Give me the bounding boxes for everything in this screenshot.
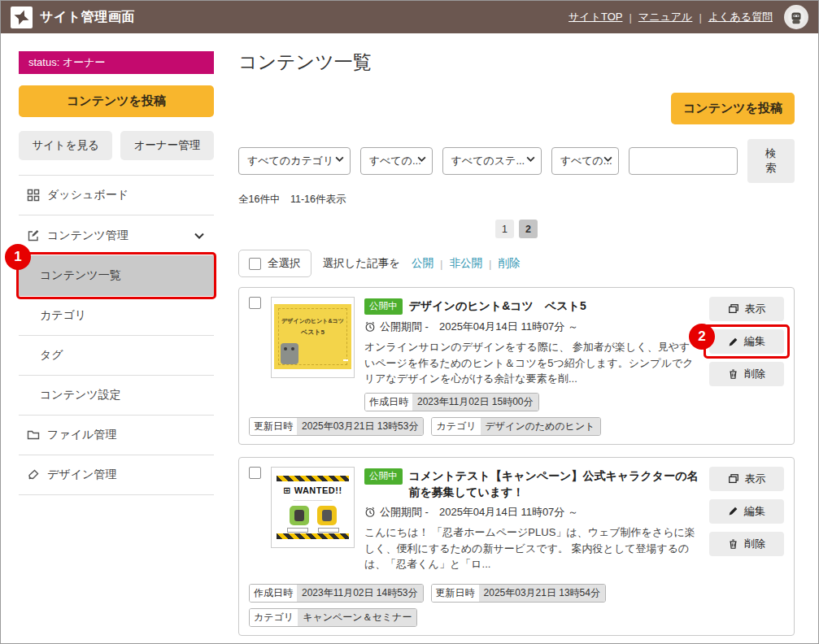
- nav-label: タグ: [40, 348, 63, 363]
- bulk-links: 公開 | 非公開 | 削除: [412, 256, 521, 271]
- chip-label: 更新日時: [250, 418, 297, 435]
- chip-value: 2025年03月21日 13時54分: [479, 585, 605, 602]
- page-1-button[interactable]: 1: [495, 220, 514, 238]
- selected-option: すべてのステ...: [451, 154, 525, 168]
- chip-value: キャンペーン＆セミナー: [298, 609, 416, 626]
- result-count: 全16件中 11-16件表示: [238, 193, 795, 207]
- chip-value: 2023年11月02日 14時53分: [297, 585, 423, 602]
- meta-row: 作成日時 2023年11月02日 15時00分: [364, 393, 699, 411]
- chevron-down-icon: [417, 156, 426, 162]
- button-label: 編集: [744, 504, 765, 519]
- card-checkbox[interactable]: [249, 467, 261, 479]
- sidebar-item-content-settings[interactable]: コンテンツ設定: [19, 376, 214, 416]
- edit-button[interactable]: 編集: [709, 329, 784, 354]
- post-content-button[interactable]: コンテンツを投稿: [671, 93, 795, 124]
- folder-icon: [27, 429, 40, 442]
- chip-value: デザインのためのヒント: [481, 418, 600, 435]
- paint-brush-icon: [27, 468, 40, 481]
- bulk-prefix-label: 選択した記事を: [323, 256, 400, 271]
- link-site-top[interactable]: サイトTOP: [569, 10, 622, 24]
- bulk-publish-link[interactable]: 公開: [412, 256, 433, 271]
- chip-label: 更新日時: [432, 585, 479, 602]
- category-chip: カテゴリ キャンペーン＆セミナー: [249, 608, 417, 627]
- sidebar-item-dashboard[interactable]: ダッシュボード: [19, 176, 214, 215]
- header-links: サイトTOP | マニュアル | よくある質問: [569, 5, 808, 29]
- nav-label: ファイル管理: [47, 428, 116, 442]
- bulk-separator: |: [440, 258, 443, 270]
- publish-period: 公開期間 - 2025年04月14日 11時07分 ～: [380, 320, 578, 334]
- show-button[interactable]: 表示: [709, 297, 784, 321]
- chip-label: 作成日時: [250, 585, 297, 602]
- dashboard-icon: [27, 189, 40, 202]
- content-card: ⊞ WANTED!! ―――――――――――― 公開中 コメントテスト【キャンペ…: [238, 457, 795, 636]
- selected-option: すべてのカテゴリ: [247, 154, 333, 168]
- meta-row-full: 作成日時 2023年11月02日 14時53分 更新日時 2025年03月21日…: [249, 584, 784, 603]
- selected-option: すべての...: [369, 154, 421, 168]
- search-button[interactable]: 検索: [747, 139, 795, 183]
- select-all-control[interactable]: 全選択: [238, 250, 311, 277]
- sort-filter-select[interactable]: すべての...: [551, 147, 619, 175]
- published-status-badge: 公開中: [364, 468, 403, 485]
- nav-label: カテゴリ: [40, 308, 86, 323]
- search-input[interactable]: [629, 147, 738, 175]
- bulk-unpublish-link[interactable]: 非公開: [449, 256, 482, 271]
- select-all-label: 全選択: [268, 256, 301, 271]
- admin-window: サイト管理画面 サイトTOP | マニュアル | よくある質問 status: …: [0, 0, 819, 644]
- chip-label: カテゴリ: [250, 609, 298, 626]
- button-label: 編集: [744, 334, 765, 349]
- sidebar-item-design-management[interactable]: デザイン管理: [19, 455, 214, 495]
- content-title: デザインのヒント&コツ ベスト5: [409, 298, 586, 314]
- sidebar-item-file-management[interactable]: ファイル管理: [19, 416, 214, 455]
- category-filter-select[interactable]: すべてのカテゴリ: [238, 147, 351, 175]
- main-content: コンテンツ一覧 コンテンツを投稿 すべてのカテゴリ すべての... すべてのステ…: [222, 33, 818, 644]
- annotation-step-1: 1: [5, 244, 31, 270]
- category-chip: カテゴリ デザインのためのヒント: [431, 417, 600, 436]
- clock-icon: [364, 321, 376, 333]
- user-avatar-icon[interactable]: [784, 5, 808, 29]
- card-checkbox[interactable]: [249, 297, 261, 309]
- sidebar-nav: ダッシュボード コンテンツ管理 コンテンツ一覧 1: [19, 175, 214, 495]
- pagination: 1 2: [238, 220, 795, 238]
- sidebar-item-tag[interactable]: タグ: [19, 336, 214, 376]
- nav-label: コンテンツ管理: [47, 228, 129, 243]
- sidebar-item-content-management[interactable]: コンテンツ管理: [19, 215, 214, 255]
- delete-button[interactable]: 削除: [709, 362, 784, 386]
- chip-value: 2025年03月21日 13時53分: [297, 418, 423, 435]
- link-separator: |: [629, 11, 631, 24]
- link-faq[interactable]: よくある質問: [708, 10, 773, 24]
- content-card: デザインのヒント&コツ ベスト5 公開中 デザインのヒント&コツ ベスト5: [238, 287, 795, 445]
- shuriken-logo-icon: [11, 7, 33, 28]
- page-2-button-current[interactable]: 2: [519, 220, 538, 238]
- nav-label: デザイン管理: [47, 468, 116, 482]
- page-title: コンテンツ一覧: [238, 50, 795, 75]
- updated-at-chip: 更新日時 2025年03月21日 13時53分: [249, 417, 424, 436]
- chip-label: カテゴリ: [432, 418, 480, 435]
- chevron-down-icon: [603, 156, 612, 162]
- card-thumbnail: デザインのヒント&コツ ベスト5: [271, 297, 355, 378]
- link-separator: |: [699, 11, 701, 24]
- edit-button[interactable]: 編集: [709, 499, 784, 524]
- sidebar-item-content-list-wrap: コンテンツ一覧 1: [19, 255, 214, 296]
- status-badge: status: オーナー: [19, 51, 214, 74]
- show-button[interactable]: 表示: [709, 467, 784, 491]
- delete-button[interactable]: 削除: [709, 532, 784, 556]
- sidebar-item-category[interactable]: カテゴリ: [19, 296, 214, 336]
- ninja-character: [290, 506, 309, 525]
- bulk-delete-link[interactable]: 削除: [498, 256, 520, 271]
- publish-period: 公開期間 - 2025年04月14日 11時07分 ～: [380, 505, 578, 520]
- compose-icon: [27, 229, 40, 242]
- owner-management-button[interactable]: オーナー管理: [120, 131, 214, 160]
- thumb-text: ⊞ WANTED!!: [272, 485, 354, 496]
- created-at-chip: 作成日時 2023年11月02日 15時00分: [364, 393, 539, 411]
- select-all-checkbox[interactable]: [249, 258, 261, 270]
- content-title: コメントテスト【キャンペーン】公式キャラクターの名前を募集しています！: [409, 468, 700, 501]
- link-manual[interactable]: マニュアル: [638, 10, 693, 24]
- chevron-down-icon: [526, 156, 535, 162]
- annotation-step-2: 2: [689, 324, 715, 350]
- view-site-button[interactable]: サイトを見る: [19, 131, 112, 160]
- tag-filter-select[interactable]: すべての...: [360, 147, 433, 175]
- sidebar-item-content-list[interactable]: コンテンツ一覧: [19, 255, 214, 296]
- updated-at-chip: 更新日時 2025年03月21日 13時54分: [431, 584, 606, 603]
- status-filter-select[interactable]: すべてのステ...: [442, 147, 542, 175]
- sidebar-post-content-button[interactable]: コンテンツを投稿: [19, 85, 214, 117]
